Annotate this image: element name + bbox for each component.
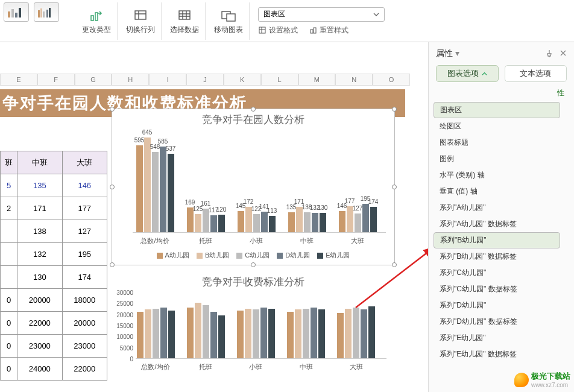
chevron-up-icon xyxy=(482,71,487,77)
element-list-item[interactable]: 系列"C幼儿园" xyxy=(434,265,569,281)
element-list-item[interactable]: 水平 (类别) 轴 xyxy=(434,167,569,183)
element-list-item[interactable]: 系列"B幼儿园" 数据标签 xyxy=(434,248,569,265)
col-L[interactable]: L xyxy=(261,74,298,86)
bar[interactable]: 122 xyxy=(253,214,260,232)
col-F[interactable]: F xyxy=(37,74,75,86)
col-I[interactable]: I xyxy=(149,74,186,86)
bar[interactable]: 113 xyxy=(269,216,276,232)
bar[interactable] xyxy=(160,308,167,358)
element-list-item[interactable]: 系列"D幼儿园" xyxy=(434,297,569,314)
svg-rect-3 xyxy=(19,8,21,17)
th-2: 大班 xyxy=(62,151,107,174)
chart-element-selector[interactable]: 图表区 xyxy=(258,7,385,22)
element-list-item[interactable]: 系列"E幼儿园" 数据标签 xyxy=(434,346,569,362)
element-list-item[interactable]: 垂直 (值) 轴 xyxy=(434,183,569,200)
reset-style-button[interactable]: 重置样式 xyxy=(309,25,348,36)
bar[interactable]: 645 xyxy=(144,138,151,232)
legend-item[interactable]: B幼儿园 xyxy=(197,251,229,260)
bar[interactable]: 146 xyxy=(339,211,345,232)
bar[interactable]: 595 xyxy=(136,145,143,233)
bar[interactable]: 537 xyxy=(168,154,174,232)
legend-item[interactable]: D幼儿园 xyxy=(277,251,310,260)
set-format-button[interactable]: 设置格式 xyxy=(258,25,298,36)
change-type-button[interactable]: 更改类型 xyxy=(76,2,118,40)
bar[interactable] xyxy=(237,311,244,358)
bar[interactable] xyxy=(245,309,251,359)
bar[interactable] xyxy=(210,312,217,358)
bar[interactable] xyxy=(203,305,209,358)
bar[interactable] xyxy=(311,308,317,358)
table-row: 02400022000 xyxy=(1,358,107,381)
element-list-item[interactable]: 系列"D幼儿园" 数据标签 xyxy=(434,314,569,330)
legend-item[interactable]: C幼儿园 xyxy=(236,251,270,260)
bar[interactable] xyxy=(303,309,309,359)
bar[interactable]: 120 xyxy=(218,215,225,232)
bar[interactable] xyxy=(187,308,194,358)
tab-text-options[interactable]: 文本选项 xyxy=(505,65,567,82)
chart-style-thumb-1[interactable] xyxy=(4,2,29,22)
bar[interactable] xyxy=(145,309,151,358)
tab-chart-options[interactable]: 图表选项 xyxy=(436,65,499,82)
element-list-item[interactable]: 绘图区 xyxy=(434,118,569,134)
col-E[interactable]: E xyxy=(0,74,37,86)
element-list-item[interactable]: 系列"C幼儿园" 数据标签 xyxy=(434,281,569,297)
close-icon[interactable] xyxy=(560,49,567,57)
chart-style-thumb-2[interactable] xyxy=(34,2,59,22)
bar[interactable] xyxy=(268,309,275,359)
legend-item[interactable]: E幼儿园 xyxy=(317,251,350,260)
select-data-button[interactable]: 选择数据 xyxy=(164,2,206,40)
th-0: 班 xyxy=(1,151,17,174)
bar[interactable]: 138 xyxy=(304,212,311,233)
move-chart-button[interactable]: 移动图表 xyxy=(208,2,250,40)
chart-frame-2[interactable]: 竞争对手收费标准分析 05000100001500020000250003000… xyxy=(112,271,395,386)
bar[interactable]: 171 xyxy=(296,207,303,232)
bar[interactable] xyxy=(368,306,375,358)
bar[interactable] xyxy=(287,312,294,358)
col-H[interactable]: H xyxy=(112,74,149,86)
col-G[interactable]: G xyxy=(75,74,112,86)
element-list-item[interactable]: 图例 xyxy=(434,151,569,167)
element-list-item[interactable]: 系列"B幼儿园" xyxy=(434,232,560,248)
element-list-item[interactable]: 图表区 xyxy=(434,102,560,118)
bar[interactable] xyxy=(253,309,259,358)
element-list-item[interactable]: 图表标题 xyxy=(434,134,569,151)
element-list-item[interactable]: 系列"E幼儿园" xyxy=(434,330,569,346)
bar[interactable]: 132 xyxy=(312,213,318,232)
bar[interactable]: 141 xyxy=(261,212,268,232)
bar[interactable]: 145 xyxy=(238,211,244,232)
element-list-item[interactable]: 系列"A幼儿园" xyxy=(434,200,569,216)
bar[interactable]: 127 xyxy=(355,213,361,232)
chart2-title: 竞争对手收费标准分析 xyxy=(112,271,395,292)
bar[interactable]: 585 xyxy=(160,147,166,232)
col-J[interactable]: J xyxy=(186,74,224,86)
col-N[interactable]: N xyxy=(335,74,373,86)
bar[interactable]: 130 xyxy=(320,213,326,232)
chart-frame-1[interactable]: 竞争对手在园人数分析 59564554858553716912516111712… xyxy=(112,109,395,265)
bar[interactable]: 174 xyxy=(370,207,377,232)
bar[interactable] xyxy=(168,311,175,358)
bar[interactable]: 135 xyxy=(288,212,295,232)
bar[interactable]: 548 xyxy=(152,152,159,232)
bar[interactable] xyxy=(353,308,359,358)
bar[interactable] xyxy=(260,308,267,358)
bar[interactable] xyxy=(137,312,144,358)
pin-icon[interactable] xyxy=(545,49,554,58)
bar[interactable] xyxy=(295,309,301,358)
y-tick: 15000 xyxy=(114,323,136,329)
bar[interactable] xyxy=(195,303,201,358)
bar[interactable] xyxy=(318,309,325,358)
bar[interactable] xyxy=(361,309,367,358)
bar[interactable] xyxy=(153,309,159,359)
legend-item[interactable]: A幼儿园 xyxy=(157,251,189,260)
col-O[interactable]: O xyxy=(373,74,410,86)
bar[interactable] xyxy=(218,315,225,359)
bar[interactable] xyxy=(345,309,352,359)
bar[interactable]: 117 xyxy=(210,215,217,232)
bar[interactable]: 195 xyxy=(362,204,369,232)
switch-rowcol-button[interactable]: 切换行列 xyxy=(120,2,162,40)
col-M[interactable]: M xyxy=(298,74,336,86)
element-list-item[interactable]: 系列"A幼儿园" 数据标签 xyxy=(434,216,569,232)
col-K[interactable]: K xyxy=(224,74,261,86)
bar[interactable]: 125 xyxy=(195,214,201,232)
bar[interactable] xyxy=(337,313,344,358)
